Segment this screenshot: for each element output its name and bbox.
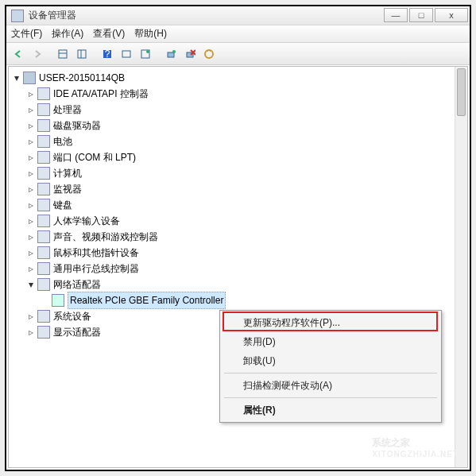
device-icon [37,199,50,211]
context-menu-separator [224,373,437,373]
tree-category-3[interactable]: ▹电池 [12,134,467,149]
context-menu-properties[interactable]: 属性(R) [223,401,439,420]
tree-category-6[interactable]: ▹监视器 [12,181,467,197]
device-icon [37,310,50,323]
chevron-right-icon[interactable]: ▹ [26,308,36,324]
tree-root[interactable]: ▾USER-20150114QB [12,70,467,86]
tree-category-2[interactable]: ▹磁盘驱动器 [12,118,467,134]
help-button[interactable]: ? [99,45,116,63]
menu-action[interactable]: 操作(A) [52,27,83,41]
context-menu-scan[interactable]: 扫描检测硬件改动(A) [223,376,439,395]
chevron-right-icon[interactable]: ▹ [26,197,36,213]
menubar: 文件(F) 操作(A) 查看(V) 帮助(H) [6,25,470,43]
device-icon [37,246,50,259]
menu-view[interactable]: 查看(V) [93,27,125,41]
app-icon [11,10,24,22]
chevron-right-icon[interactable]: ▹ [26,118,36,134]
tree-category-7[interactable]: ▹键盘 [12,197,467,213]
uninstall-button[interactable] [181,45,199,63]
device-icon [37,278,50,291]
toolbar: ? [6,43,470,65]
maximize-button[interactable]: □ [409,8,433,22]
svg-point-8 [146,50,149,53]
device-icon [37,326,50,339]
context-menu-uninstall[interactable]: 卸载(U) [223,351,439,370]
scan-hardware-button[interactable] [162,45,180,63]
close-button[interactable]: x [435,8,468,22]
svg-rect-0 [59,50,67,58]
chevron-right-icon[interactable]: ▹ [26,213,36,229]
device-icon [37,135,50,148]
window-buttons: — □ x [384,6,470,25]
svg-rect-2 [78,50,86,58]
chevron-down-icon[interactable]: ▾ [26,277,36,292]
context-menu-disable[interactable]: 禁用(D) [223,332,439,351]
tree-item-label: 鼠标和其他指针设备 [53,245,139,261]
update-driver-button[interactable] [200,45,218,63]
svg-rect-9 [168,52,174,57]
tree-item-label: 计算机 [53,165,82,181]
tree-category-10[interactable]: ▹鼠标和其他指针设备 [12,245,467,261]
tree-item-label: 网络适配器 [53,277,101,292]
tree-category-0[interactable]: ▹IDE ATA/ATAPI 控制器 [12,86,467,102]
tree-item-label: IDE ATA/ATAPI 控制器 [53,86,149,102]
device-icon [37,87,50,100]
view-list-button[interactable] [54,45,72,63]
device-icon [23,72,36,84]
device-icon [37,183,50,195]
tree-item-label: 声音、视频和游戏控制器 [53,229,158,245]
chevron-right-icon[interactable]: ▹ [26,324,36,340]
forward-button[interactable] [29,45,46,63]
menu-help[interactable]: 帮助(H) [134,27,167,41]
context-menu-separator [224,397,437,398]
tree-device-selected[interactable]: Realtek PCIe GBE Family Controller [12,292,467,308]
chevron-right-icon[interactable]: ▹ [26,261,36,277]
tree-item-label: Realtek PCIe GBE Family Controller [68,292,226,309]
svg-point-14 [205,50,213,58]
tree-item-label: 磁盘驱动器 [53,118,101,134]
tree-category-11[interactable]: ▹通用串行总线控制器 [12,261,467,277]
tree-category-8[interactable]: ▹人体学输入设备 [12,213,467,229]
back-button[interactable] [10,45,27,63]
device-icon [37,151,50,164]
device-manager-window: 设备管理器 — □ x 文件(F) 操作(A) 查看(V) 帮助(H) ? [6,6,470,470]
minimize-button[interactable]: — [384,8,408,22]
chevron-right-icon[interactable]: ▹ [26,245,36,261]
tree-item-label: 监视器 [53,181,82,197]
device-icon [52,294,64,307]
svg-rect-6 [122,51,130,57]
tree-item-label: 电池 [53,134,72,149]
window-title: 设备管理器 [29,9,384,22]
chevron-right-icon[interactable]: ▹ [26,149,36,165]
device-icon [37,215,50,227]
tree-category-1[interactable]: ▹处理器 [12,102,467,118]
properties-button[interactable] [118,45,135,63]
chevron-right-icon[interactable]: ▹ [26,181,36,197]
device-icon [37,230,50,243]
chevron-right-icon[interactable]: ▹ [26,86,36,102]
tree-item-label: USER-20150114QB [39,70,125,86]
svg-point-10 [172,50,176,53]
chevron-down-icon[interactable]: ▾ [12,70,21,86]
view-tree-button[interactable] [73,45,91,63]
tree-item-label: 处理器 [53,102,82,118]
menu-file[interactable]: 文件(F) [11,27,42,41]
tree-item-label: 人体学输入设备 [53,213,120,229]
tree-item-label: 显示适配器 [53,324,101,340]
chevron-right-icon[interactable]: ▹ [26,165,36,181]
tree-category-5[interactable]: ▹计算机 [12,165,467,181]
context-menu-update-driver[interactable]: 更新驱动程序软件(P)... [223,313,439,332]
tree-category-4[interactable]: ▹端口 (COM 和 LPT) [12,149,467,165]
svg-text:?: ? [105,48,110,60]
context-menu: 更新驱动程序软件(P)... 禁用(D) 卸载(U) 扫描检测硬件改动(A) 属… [219,310,442,423]
tree-category-12[interactable]: ▾网络适配器 [12,277,467,292]
chevron-right-icon[interactable]: ▹ [26,229,36,245]
refresh-button[interactable] [137,45,154,63]
chevron-right-icon[interactable]: ▹ [26,134,36,149]
vertical-scrollbar[interactable] [455,67,467,467]
tree-category-9[interactable]: ▹声音、视频和游戏控制器 [12,229,467,245]
tree-item-label: 系统设备 [53,308,91,324]
chevron-right-icon[interactable]: ▹ [26,102,36,118]
device-icon [37,103,50,116]
context-menu-properties-label: 属性(R) [243,404,276,417]
